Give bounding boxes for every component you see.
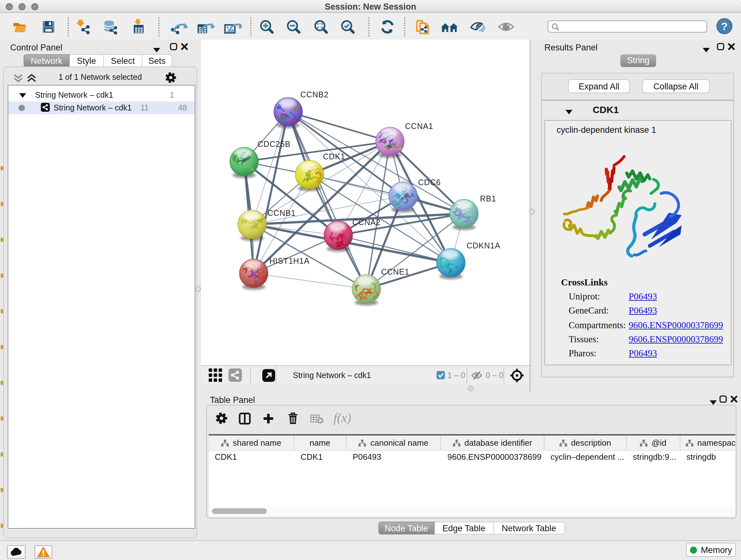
svg-text:CDK1: CDK1 [323,152,345,161]
svg-text:CDC25B: CDC25B [258,139,290,148]
svg-text:CCNA2: CCNA2 [352,218,381,227]
svg-text:RB1: RB1 [480,194,496,203]
svg-text:HIST1H1A: HIST1H1A [269,256,310,265]
svg-text:CDKN1A: CDKN1A [467,241,500,250]
svg-text:?: ? [721,20,728,32]
svg-text:CDC6: CDC6 [418,178,441,187]
svg-text:CCNE1: CCNE1 [381,267,409,276]
svg-text:CCNB2: CCNB2 [300,90,329,99]
svg-text:CCNB1: CCNB1 [267,208,296,217]
svg-text:CCNA1: CCNA1 [405,122,433,131]
